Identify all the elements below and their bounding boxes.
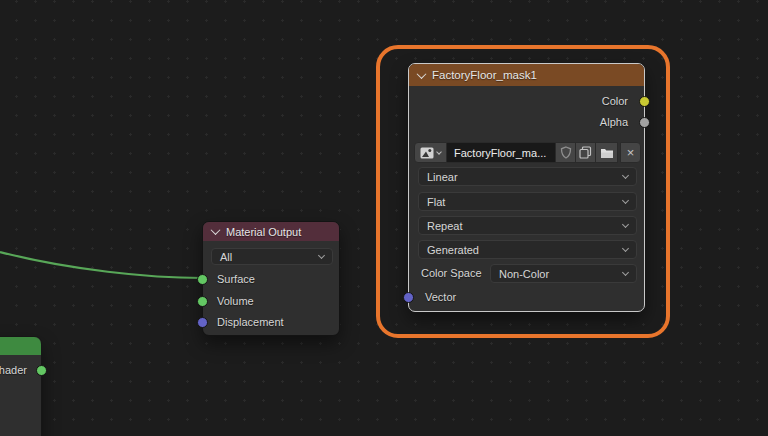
image-texture-title: FactoryFloor_mask1 bbox=[432, 69, 537, 81]
copy-icon bbox=[579, 146, 592, 159]
color-output-socket[interactable] bbox=[639, 96, 650, 107]
chevron-down-icon[interactable] bbox=[211, 225, 221, 235]
volume-input-socket[interactable] bbox=[197, 296, 208, 307]
alpha-output-socket[interactable] bbox=[639, 117, 650, 128]
output-target-dropdown[interactable]: All bbox=[211, 248, 333, 265]
chevron-down-icon[interactable] bbox=[417, 69, 427, 79]
interpolation-dropdown[interactable]: Linear bbox=[418, 167, 637, 186]
chevron-down-icon bbox=[622, 221, 629, 228]
unlink-image-button[interactable]: × bbox=[620, 142, 641, 163]
extension-dropdown[interactable]: Repeat bbox=[418, 216, 637, 235]
chevron-down-icon bbox=[622, 197, 629, 204]
interpolation-value: Linear bbox=[427, 171, 458, 183]
chevron-down-icon bbox=[622, 245, 629, 252]
source-value: Generated bbox=[427, 244, 479, 256]
image-datablock-row: FactoryFloor_ma... × bbox=[414, 142, 641, 163]
vector-input-label: Vector bbox=[425, 291, 456, 303]
image-texture-header[interactable]: FactoryFloor_mask1 bbox=[409, 64, 644, 86]
displacement-input-socket[interactable] bbox=[197, 317, 208, 328]
projection-dropdown[interactable]: Flat bbox=[418, 192, 637, 211]
folder-icon bbox=[600, 147, 614, 159]
chevron-down-icon bbox=[622, 269, 629, 276]
vector-input-socket[interactable] bbox=[403, 292, 414, 303]
image-name-field[interactable]: FactoryFloor_ma... bbox=[447, 142, 556, 163]
volume-input-label: Volume bbox=[217, 295, 254, 307]
surface-input-label: Surface bbox=[217, 273, 255, 285]
color-output-label: Color bbox=[602, 95, 628, 107]
projection-value: Flat bbox=[427, 196, 445, 208]
displacement-input-label: Displacement bbox=[217, 316, 284, 328]
copy-image-button[interactable] bbox=[575, 142, 596, 163]
chevron-down-icon bbox=[318, 252, 325, 259]
image-texture-node[interactable]: FactoryFloor_mask1 Color Alpha FactoryFl… bbox=[408, 63, 645, 312]
extension-value: Repeat bbox=[427, 220, 462, 232]
color-space-dropdown[interactable]: Non-Color bbox=[490, 264, 637, 283]
shader-to-surface-wire bbox=[0, 0, 768, 436]
shader-output-label: Shader bbox=[0, 364, 27, 376]
surface-input-socket[interactable] bbox=[197, 274, 208, 285]
image-icon bbox=[420, 147, 434, 159]
browse-image-button[interactable] bbox=[414, 142, 447, 163]
chevron-down-icon bbox=[436, 149, 442, 155]
shader-output-socket[interactable] bbox=[36, 365, 47, 376]
material-output-title: Material Output bbox=[226, 226, 301, 238]
node-editor-canvas[interactable]: Shader Material Output All Surface Volum… bbox=[0, 0, 768, 436]
fake-user-button[interactable] bbox=[555, 142, 576, 163]
chevron-down-icon bbox=[622, 172, 629, 179]
material-output-node[interactable]: Material Output All Surface Volume Displ… bbox=[202, 221, 340, 336]
shader-node-header[interactable] bbox=[0, 337, 41, 355]
shield-icon bbox=[560, 146, 572, 159]
source-dropdown[interactable]: Generated bbox=[418, 240, 637, 259]
shader-node[interactable]: Shader bbox=[0, 336, 42, 436]
output-target-value: All bbox=[220, 251, 232, 263]
material-output-header[interactable]: Material Output bbox=[203, 222, 339, 241]
open-image-button[interactable] bbox=[595, 142, 618, 163]
x-icon: × bbox=[627, 146, 635, 159]
color-space-value: Non-Color bbox=[499, 268, 549, 280]
color-space-label: Color Space bbox=[421, 267, 482, 279]
alpha-output-label: Alpha bbox=[600, 116, 628, 128]
